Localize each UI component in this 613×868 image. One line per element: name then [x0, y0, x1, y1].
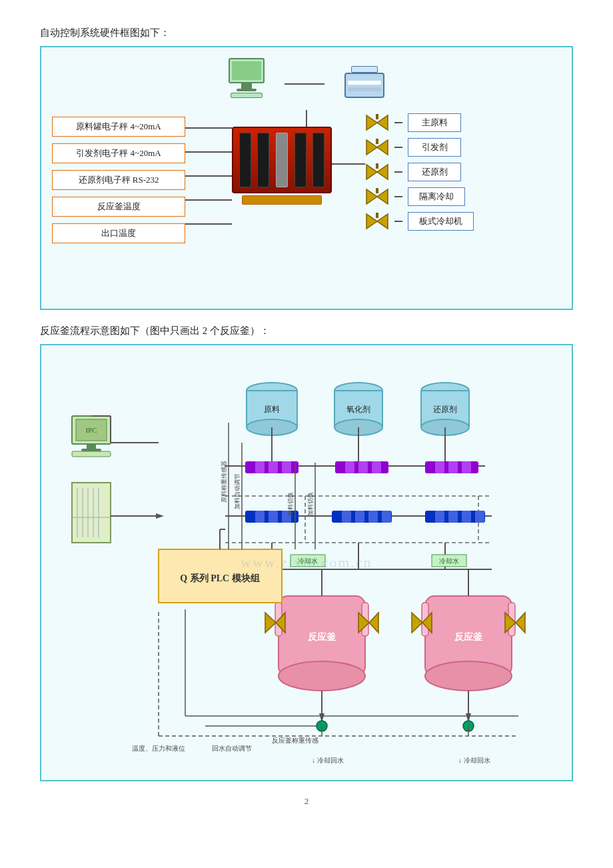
- bottom-diagram-content: www.zixin.com.cn 原料 氧化剂 还原剂: [52, 356, 561, 769]
- valve-icon-2: [365, 163, 389, 181]
- svg-rect-36: [345, 461, 354, 473]
- valve-icon-3: [365, 188, 389, 205]
- valve-line-0: [394, 122, 402, 123]
- svg-marker-7: [377, 165, 388, 179]
- svg-text:加料切换: 加料切换: [307, 492, 314, 516]
- printer-top: [351, 66, 378, 73]
- svg-rect-48: [255, 511, 265, 523]
- valve-icon-1: [365, 139, 389, 156]
- svg-text:回水自动调节: 回水自动调节: [212, 745, 252, 752]
- section1-title: 自动控制系统硬件框图如下：: [40, 27, 573, 39]
- svg-marker-0: [366, 115, 377, 130]
- svg-rect-40: [435, 461, 444, 473]
- top-diagram-box: 原料罐电子秤 4~20mA 引发剂电子秤 4~20mA 还原剂电子秤 RS-23…: [40, 46, 573, 310]
- plc-slot-3: [276, 133, 288, 187]
- label-box-0: 原料罐电子秤 4~20mA: [52, 117, 185, 137]
- right-valves-container: 主原料 引发剂: [365, 113, 525, 231]
- valve-row-4: 板式冷却机: [365, 212, 525, 231]
- svg-point-81: [425, 661, 512, 691]
- svg-rect-33: [269, 461, 278, 473]
- svg-rect-11: [376, 188, 378, 193]
- svg-rect-54: [368, 511, 378, 523]
- svg-rect-32: [255, 461, 265, 473]
- svg-rect-94: [81, 449, 101, 451]
- svg-text:↓ 冷却回水: ↓ 冷却回水: [458, 757, 490, 764]
- label-box-4: 出口温度: [52, 223, 185, 243]
- plc-unit: [232, 110, 332, 243]
- plc-connector: [242, 195, 322, 205]
- svg-rect-60: [475, 511, 484, 523]
- svg-marker-4: [377, 140, 388, 155]
- computer-row: [229, 58, 384, 98]
- printer-icon: [344, 69, 384, 98]
- valve-line-1: [394, 147, 402, 148]
- svg-text:原料: 原料: [264, 405, 280, 414]
- wire-4: [185, 223, 232, 225]
- svg-rect-96: [72, 483, 111, 543]
- wire-right: [332, 163, 365, 165]
- valve-label-4: 板式冷却机: [408, 212, 474, 231]
- svg-rect-37: [358, 461, 368, 473]
- computer-printer-line: [285, 83, 324, 85]
- svg-marker-104: [156, 513, 164, 519]
- svg-marker-86: [412, 613, 422, 633]
- page-number: 2: [40, 796, 573, 807]
- monitor: [229, 58, 265, 83]
- svg-text:Q 系列 PLC 模块组: Q 系列 PLC 模块组: [180, 573, 260, 583]
- valve-label-1: 引发剂: [408, 138, 461, 157]
- plc-slot-2: [257, 133, 269, 187]
- svg-rect-41: [448, 461, 458, 473]
- valve-row-0: 主原料: [365, 113, 525, 132]
- svg-text:氧化剂: 氧化剂: [346, 405, 370, 414]
- svg-text:还原剂: 还原剂: [433, 405, 457, 414]
- svg-text:冷却水: 冷却水: [298, 557, 318, 565]
- svg-rect-55: [382, 511, 391, 523]
- left-labels-container: 原料罐电子秤 4~20mA 引发剂电子秤 4~20mA 还原剂电子秤 RS-23…: [52, 117, 185, 243]
- svg-marker-10: [377, 189, 388, 204]
- svg-rect-95: [72, 451, 111, 457]
- svg-rect-14: [376, 213, 378, 218]
- svg-point-69: [279, 661, 365, 691]
- valve-line-4: [394, 221, 402, 222]
- section2-title: 反应釜流程示意图如下（图中只画出 2 个反应釜）：: [40, 325, 573, 337]
- svg-text:原料称重传感器: 原料称重传感器: [221, 461, 227, 503]
- svg-rect-2: [376, 114, 378, 119]
- svg-marker-6: [366, 165, 377, 179]
- valve-row-1: 引发剂: [365, 138, 525, 157]
- printer-body: [344, 73, 384, 98]
- svg-rect-42: [462, 461, 471, 473]
- plc-body: [232, 127, 332, 193]
- svg-rect-59: [462, 511, 471, 523]
- svg-marker-89: [516, 613, 525, 633]
- svg-marker-13: [377, 214, 388, 229]
- svg-rect-8: [376, 163, 378, 169]
- svg-text:加料自动调节: 加料自动调节: [234, 473, 241, 509]
- computer-icon: [229, 58, 265, 98]
- svg-text:反应釜: 反应釜: [454, 631, 483, 642]
- svg-rect-34: [282, 461, 291, 473]
- svg-text:反应釜: 反应釜: [307, 631, 336, 642]
- svg-marker-1: [377, 115, 388, 130]
- svg-rect-49: [269, 511, 278, 523]
- label-box-2: 还原剂电子秤 RS-232: [52, 170, 185, 190]
- wire-2: [185, 175, 232, 177]
- svg-marker-9: [366, 189, 377, 204]
- keyboard: [231, 93, 263, 98]
- middle-section: 原料罐电子秤 4~20mA 引发剂电子秤 4~20mA 还原剂电子秤 RS-23…: [52, 110, 561, 270]
- valve-label-2: 还原剂: [408, 163, 461, 181]
- svg-marker-74: [265, 613, 276, 633]
- svg-text:加料切换: 加料切换: [287, 492, 294, 516]
- valve-row-3: 隔离冷却: [365, 187, 525, 206]
- valve-row-2: 还原剂: [365, 163, 525, 181]
- wire-1: [185, 151, 232, 153]
- plc-slot-5: [312, 133, 324, 187]
- svg-rect-52: [342, 511, 351, 523]
- svg-rect-38: [372, 461, 381, 473]
- flow-diagram-svg: 原料 氧化剂 还原剂: [52, 356, 561, 769]
- svg-text:冷却水: 冷却水: [439, 557, 459, 565]
- bottom-diagram-box: www.zixin.com.cn 原料 氧化剂 还原剂: [40, 344, 573, 781]
- valve-label-3: 隔离冷却: [408, 187, 465, 206]
- svg-rect-57: [435, 511, 444, 523]
- valve-line-2: [394, 171, 402, 173]
- wire-0: [185, 127, 232, 129]
